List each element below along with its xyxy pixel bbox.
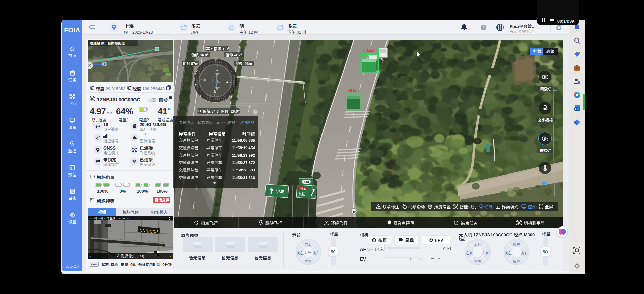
svg-text:W: W bbox=[212, 90, 217, 93]
svg-text:HD: HD bbox=[145, 133, 146, 135]
svg-text:40: 40 bbox=[352, 209, 355, 214]
svg-text:11 km/h: 11 km/h bbox=[362, 48, 376, 53]
svg-text:航线名称：金向短距离: 航线名称：金向短距离 bbox=[90, 41, 125, 46]
svg-text:143: 143 bbox=[304, 180, 309, 184]
svg-text:18 km/h: 18 km/h bbox=[348, 87, 362, 93]
svg-text:东阳: 东阳 bbox=[298, 191, 306, 197]
svg-text:宁波: 宁波 bbox=[276, 188, 284, 194]
svg-text:G527: G527 bbox=[300, 186, 307, 190]
